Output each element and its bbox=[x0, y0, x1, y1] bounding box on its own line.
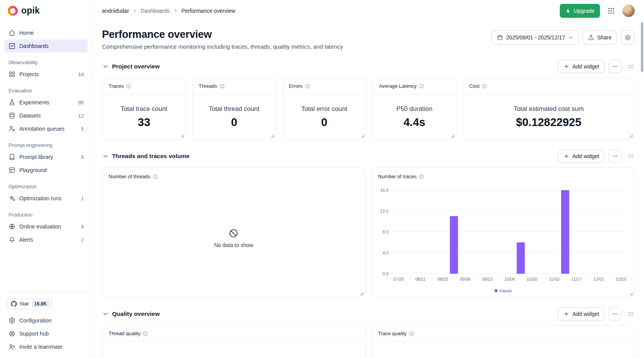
sidebar-item-label: Invite a teammate bbox=[19, 344, 62, 350]
logo-text: opik bbox=[21, 5, 40, 16]
breadcrumb-workspace[interactable]: andriidudar bbox=[102, 8, 129, 14]
add-widget-button[interactable]: Add widget bbox=[558, 307, 605, 320]
sidebar-item-support-hub[interactable]: Support hub bbox=[5, 327, 88, 340]
metric-card-title: Traces bbox=[109, 83, 124, 89]
resize-handle-icon[interactable] bbox=[179, 133, 184, 138]
sidebar-item-datasets[interactable]: Datasets 12 bbox=[5, 109, 88, 122]
sidebar-item-label: Home bbox=[19, 30, 34, 36]
chart-card-header: Thread quality bbox=[102, 326, 365, 342]
sidebar-nav: Home Dashboards Observability Projects 1… bbox=[0, 22, 92, 292]
sidebar-item-online-evaluation[interactable]: Online evaluation 4 bbox=[5, 220, 88, 233]
section-quality-header: Quality overview Add widget bbox=[102, 307, 635, 320]
chevron-down-icon[interactable] bbox=[102, 310, 109, 317]
date-range-picker[interactable]: 2025/08/01 - 2025/12/17 bbox=[491, 31, 579, 44]
page-title: Performance overview bbox=[102, 29, 343, 41]
scrollbar-thumb[interactable] bbox=[641, 22, 643, 72]
logo[interactable]: opik bbox=[0, 0, 92, 22]
dashboard-settings-button[interactable] bbox=[621, 31, 635, 44]
metric-card-header: Traces bbox=[102, 78, 185, 94]
sidebar-item-experiments[interactable]: Experiments 95 bbox=[5, 96, 88, 109]
resize-handle-icon[interactable] bbox=[359, 291, 364, 296]
life-buoy-icon bbox=[8, 330, 15, 337]
resize-handle-icon[interactable] bbox=[360, 133, 365, 138]
dashboard-content: Performance overview Comprehensive perfo… bbox=[93, 22, 644, 358]
add-widget-label: Add widget bbox=[573, 153, 599, 159]
metric-card-average-latency: Average Latency P50 duration 4.4s bbox=[372, 78, 456, 140]
metric-cards-row: Traces Total trace count 33 Threads bbox=[102, 78, 635, 140]
resize-handle-icon[interactable] bbox=[628, 133, 633, 138]
more-options-button[interactable] bbox=[608, 60, 622, 73]
drag-handle-icon[interactable] bbox=[627, 63, 635, 70]
metric-card-body: Total trace count 33 bbox=[102, 94, 185, 139]
breadcrumb-dashboards[interactable]: Dashboards bbox=[141, 8, 170, 14]
add-widget-button[interactable]: Add widget bbox=[558, 60, 605, 73]
info-icon[interactable] bbox=[219, 84, 225, 89]
sidebar-item-invite-teammate[interactable]: Invite a teammate bbox=[5, 340, 88, 353]
opik-logo-icon bbox=[8, 6, 18, 16]
more-options-button[interactable] bbox=[608, 150, 622, 163]
resize-handle-icon[interactable] bbox=[450, 133, 455, 138]
more-options-button[interactable] bbox=[608, 307, 622, 320]
sidebar-section-production: Production bbox=[8, 212, 84, 218]
github-star-button[interactable]: Star 16.8K bbox=[7, 298, 52, 309]
item-count: 4 bbox=[81, 224, 84, 230]
sidebar: opik Home Dashboards Observability Proje… bbox=[0, 0, 93, 358]
drag-handle-icon[interactable] bbox=[627, 152, 635, 160]
sidebar-item-prompt-library[interactable]: Prompt library 5 bbox=[5, 150, 88, 164]
metric-card-errors: Errors Total error count 0 bbox=[282, 78, 366, 140]
chevron-right-icon bbox=[173, 8, 178, 14]
chart-title: Thread quality bbox=[109, 331, 140, 336]
resize-handle-icon[interactable] bbox=[628, 291, 633, 296]
drag-handle-icon[interactable] bbox=[627, 310, 635, 318]
add-widget-button[interactable]: Add widget bbox=[558, 150, 605, 163]
chevron-down-icon[interactable] bbox=[102, 63, 109, 70]
upgrade-button[interactable]: Upgrade bbox=[560, 4, 600, 18]
info-icon[interactable] bbox=[126, 84, 131, 89]
info-icon[interactable] bbox=[482, 84, 487, 89]
ellipsis-icon bbox=[612, 63, 618, 70]
sidebar-item-annotation-queues[interactable]: Annotation queues 5 bbox=[5, 122, 88, 135]
sidebar-item-optimization-runs[interactable]: Optimization runs 1 bbox=[5, 192, 88, 205]
info-icon[interactable] bbox=[305, 84, 310, 89]
plus-icon bbox=[563, 153, 569, 159]
sidebar-footer: Star 16.8K Configuration Support hub Inv… bbox=[5, 292, 87, 358]
sparkles-icon bbox=[8, 195, 15, 202]
item-count: 14 bbox=[78, 72, 84, 77]
info-icon[interactable] bbox=[419, 84, 424, 89]
metric-card-header: Threads bbox=[192, 78, 275, 94]
sidebar-item-projects[interactable]: Projects 14 bbox=[5, 68, 88, 81]
metric-name: Total error count bbox=[301, 105, 347, 113]
avatar[interactable] bbox=[622, 5, 635, 17]
gridline bbox=[392, 252, 628, 253]
sidebar-item-alerts[interactable]: Alerts 2 bbox=[5, 233, 88, 246]
sidebar-item-label: Dashboards bbox=[19, 43, 49, 49]
chevron-down-icon[interactable] bbox=[102, 153, 109, 160]
x-axis-label: 12/15 bbox=[616, 277, 627, 281]
metric-value: 4.4s bbox=[403, 116, 425, 129]
info-icon[interactable] bbox=[409, 331, 414, 336]
share-icon bbox=[588, 34, 594, 41]
sidebar-item-playground[interactable]: Playground bbox=[5, 164, 88, 177]
x-axis-label: 07/28 bbox=[393, 277, 404, 281]
book-icon bbox=[8, 153, 15, 160]
y-axis-label: 0.0 bbox=[382, 271, 388, 276]
resize-handle-icon[interactable] bbox=[270, 133, 275, 138]
section-volume-header: Threads and traces volume Add widget bbox=[102, 150, 635, 163]
chart-title: Number of threads bbox=[109, 174, 150, 179]
page-scrollbar[interactable] bbox=[640, 0, 644, 358]
y-axis-label: 4.0 bbox=[382, 251, 388, 255]
share-button[interactable]: Share bbox=[583, 31, 617, 44]
chart-card-header: Trace quality bbox=[372, 326, 635, 342]
apps-grid-icon[interactable] bbox=[606, 6, 616, 16]
sidebar-item-dashboards[interactable]: Dashboards bbox=[5, 39, 88, 53]
info-icon[interactable] bbox=[153, 174, 158, 179]
user-plus-icon bbox=[8, 343, 15, 350]
info-icon[interactable] bbox=[419, 174, 424, 179]
metric-card-cost: Cost Total estimated cost sum $0.1282292… bbox=[462, 78, 635, 140]
sidebar-item-home[interactable]: Home bbox=[5, 26, 88, 39]
y-axis-label: 16.0 bbox=[380, 188, 388, 193]
sidebar-item-configuration[interactable]: Configuration bbox=[5, 314, 88, 327]
legend-label: traces bbox=[500, 288, 512, 293]
star-count: 16.8K bbox=[32, 300, 49, 307]
info-icon[interactable] bbox=[143, 331, 148, 336]
